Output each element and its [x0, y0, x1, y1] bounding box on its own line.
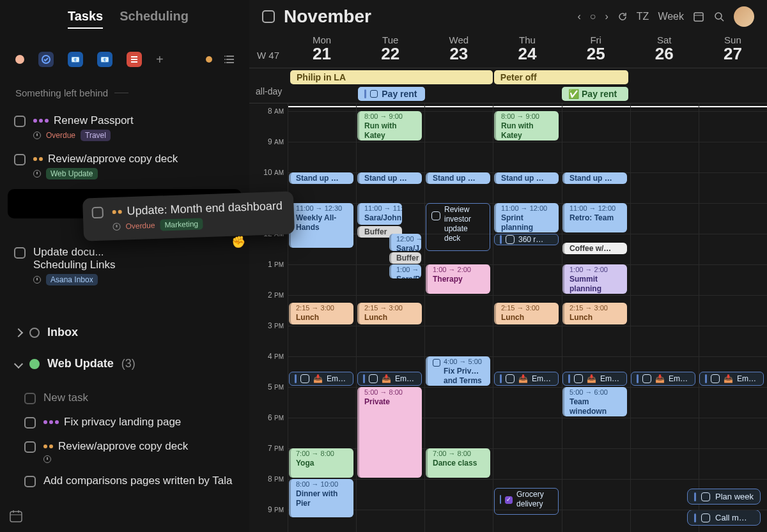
filter-dot[interactable] — [206, 56, 212, 63]
dragging-task-card[interactable]: Update: Month end dashboard Overdue Mark… — [82, 191, 295, 241]
calendar-task[interactable]: 📥Em… — [289, 372, 353, 386]
calendar-event[interactable]: 11:00 → 12:30Weekly All-Hands — [289, 203, 353, 248]
integration-dot[interactable] — [15, 55, 24, 64]
day-header[interactable]: Thu24 — [493, 34, 561, 68]
day-column[interactable] — [699, 103, 767, 532]
calendar-task[interactable]: 📥Em… — [562, 372, 627, 386]
task-checkbox[interactable] — [14, 116, 26, 127]
unscheduled-task[interactable]: Call m… — [687, 510, 761, 526]
sidebar-toggle-button[interactable] — [262, 10, 275, 23]
calendar-event[interactable]: Stand up … — [357, 172, 422, 184]
calendar-event[interactable]: Stand up … — [289, 172, 353, 184]
task-title: Fix privacy landing page — [64, 416, 181, 429]
calendar-event[interactable]: 12:00 →Sara/J… — [389, 234, 421, 251]
calendar-event[interactable]: 11:00 → 12:00Retro: Team — [562, 203, 627, 232]
tab-tasks[interactable]: Tasks — [68, 9, 103, 29]
day-header[interactable]: Tue22 — [356, 34, 424, 68]
calendar-event[interactable]: Coffee w/… — [562, 243, 627, 254]
hour-label: 6 PM — [268, 413, 284, 422]
calendar-task[interactable]: Grocery delivery — [494, 488, 559, 514]
task-checkbox[interactable] — [24, 417, 36, 429]
task-tag: Travel — [81, 130, 111, 141]
day-header[interactable]: Mon21 — [288, 34, 356, 68]
task-checkbox[interactable] — [24, 441, 36, 453]
mini-calendar-button[interactable] — [9, 509, 23, 523]
integration-outlook-icon[interactable]: 📧 — [68, 52, 83, 67]
integration-outlook2-icon[interactable]: 📧 — [97, 52, 112, 67]
calendar-event[interactable]: 8:00 → 9:00Run with Katey — [494, 111, 559, 141]
calendar-event[interactable]: 1:00 →Sara/P… — [389, 264, 421, 278]
clock-icon — [112, 223, 120, 231]
calendar-task[interactable]: 📥Em… — [357, 372, 422, 386]
allday-task[interactable]: Pay rent — [358, 87, 424, 101]
task-row[interactable]: Update docu... Scheduling Links Asana In… — [8, 240, 242, 291]
calendar-event[interactable]: 2:15 → 3:00Lunch — [357, 303, 422, 324]
task-row[interactable]: Renew Passport Overdue Travel — [8, 109, 242, 147]
new-task-input[interactable]: New task — [18, 386, 242, 410]
list-view-icon[interactable] — [224, 53, 236, 66]
calendar-event[interactable]: Stand up … — [562, 172, 627, 184]
today-button[interactable]: ○ — [590, 11, 596, 22]
calendar-task[interactable]: 📥Em… — [699, 372, 764, 386]
calendar-event[interactable]: 5:00 → 6:00Team winedown — [562, 387, 627, 416]
calendar-task[interactable]: 4:00 → 5:00Fix Priv… and Terms — [426, 356, 490, 386]
prev-button[interactable]: ‹ — [578, 11, 581, 22]
day-header[interactable]: Fri25 — [562, 34, 630, 68]
task-row[interactable]: Add comparisons pages written by Tala — [18, 469, 242, 493]
list-web-update[interactable]: Web Update (3) — [0, 348, 249, 379]
integration-things-icon[interactable] — [38, 52, 54, 67]
task-row[interactable]: Fix privacy landing page — [18, 410, 242, 434]
day-header[interactable]: Wed23 — [424, 34, 493, 68]
calendar-event[interactable]: 1:00 → 2:00Therapy — [426, 264, 490, 294]
task-checkbox[interactable] — [91, 207, 104, 219]
calendar-event[interactable]: Stand up … — [494, 172, 559, 184]
calendar-event[interactable]: Buffer — [389, 252, 421, 264]
calendar-event[interactable]: 2:15 → 3:00Lunch — [494, 303, 559, 324]
calendar-event[interactable]: 8:00 → 9:00Run with Katey — [357, 111, 422, 141]
allday-task-done[interactable]: ✅ Pay rent — [562, 87, 628, 101]
calendar-task[interactable]: 📥Em… — [631, 372, 695, 386]
date-picker-button[interactable] — [693, 11, 704, 22]
calendar-event[interactable]: 7:00 → 8:00Dance class — [426, 448, 490, 478]
allday-event[interactable]: Philip in LA — [290, 70, 493, 84]
calendar-task[interactable]: 📥Em… — [494, 372, 559, 386]
next-button[interactable]: › — [605, 11, 608, 22]
task-title: Update docu... — [33, 246, 104, 259]
calendar-event[interactable]: 7:00 → 8:00Yoga — [289, 448, 353, 478]
list-inbox[interactable]: Inbox — [0, 317, 249, 348]
task-row[interactable]: Review/approve copy deck — [18, 434, 242, 469]
add-integration-button[interactable]: + — [156, 52, 164, 67]
calendar-event[interactable]: 1:00 → 2:00Summit planning — [562, 264, 627, 294]
tab-scheduling[interactable]: Scheduling — [120, 9, 189, 29]
calendar-task[interactable]: 360 r… — [494, 234, 559, 245]
refresh-button[interactable] — [617, 11, 628, 22]
hour-label: 3 PM — [268, 321, 284, 330]
day-header-row: Mon21 Tue22 Wed23 Thu24 Fri25 Sat26 Sun2… — [249, 31, 767, 68]
task-row[interactable]: Review/approve copy deck Web Update — [8, 147, 242, 185]
task-title: Add comparisons pages written by Tala — [43, 475, 232, 487]
clock-icon — [33, 276, 41, 284]
section-overdue: Something left behind — [0, 84, 249, 102]
calendar-event[interactable]: 8:00 → 10:00Dinner with Pier — [289, 479, 353, 517]
day-header[interactable]: Sat26 — [630, 34, 699, 68]
search-button[interactable] — [713, 11, 725, 22]
view-selector[interactable]: Week — [658, 11, 684, 22]
integration-todoist-icon[interactable] — [127, 52, 142, 67]
calendar-event[interactable]: Stand up … — [426, 172, 490, 184]
calendar-event[interactable]: 5:00 → 8:00Private — [357, 387, 422, 478]
timezone-button[interactable]: TZ — [637, 11, 649, 22]
unscheduled-task[interactable]: Plan week — [687, 489, 761, 505]
calendar-task[interactable]: Review investor update deck — [426, 203, 490, 251]
day-column[interactable] — [630, 103, 699, 532]
calendar-event[interactable]: 2:15 → 3:00Lunch — [562, 303, 627, 324]
task-checkbox[interactable] — [24, 476, 36, 487]
day-header[interactable]: Sun27 — [699, 34, 767, 68]
task-checkbox[interactable] — [14, 154, 26, 165]
allday-event[interactable]: Peter off — [494, 70, 629, 84]
user-avatar[interactable] — [734, 6, 754, 27]
task-checkbox[interactable] — [14, 247, 26, 259]
calendar-event[interactable]: 11:00 → 11:45Sara/John — [357, 203, 402, 225]
hour-label: 9 AM — [268, 137, 284, 146]
calendar-event[interactable]: 2:15 → 3:00Lunch — [289, 303, 353, 324]
calendar-event[interactable]: 11:00 → 12:00Sprint planning — [494, 203, 559, 232]
